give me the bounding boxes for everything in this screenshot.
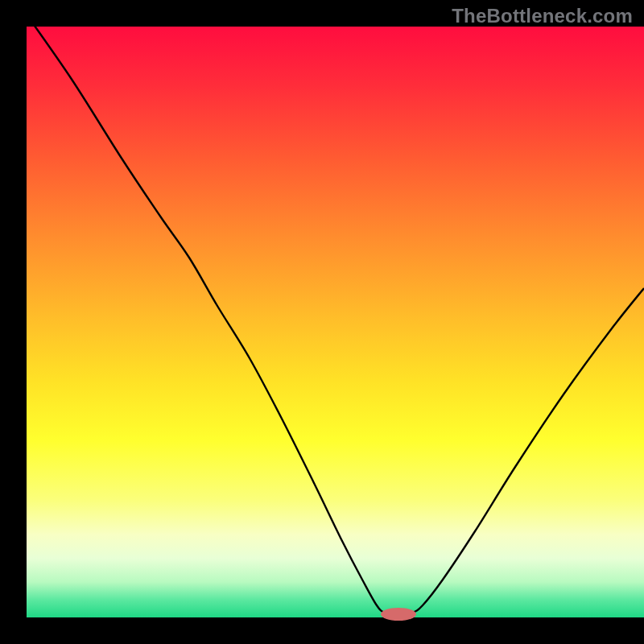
watermark: TheBottleneck.com [452,5,633,27]
chart-frame: { "watermark": "TheBottleneck.com", "plo… [0,0,644,644]
bottleneck-chart [0,0,644,644]
optimal-marker [381,608,416,621]
